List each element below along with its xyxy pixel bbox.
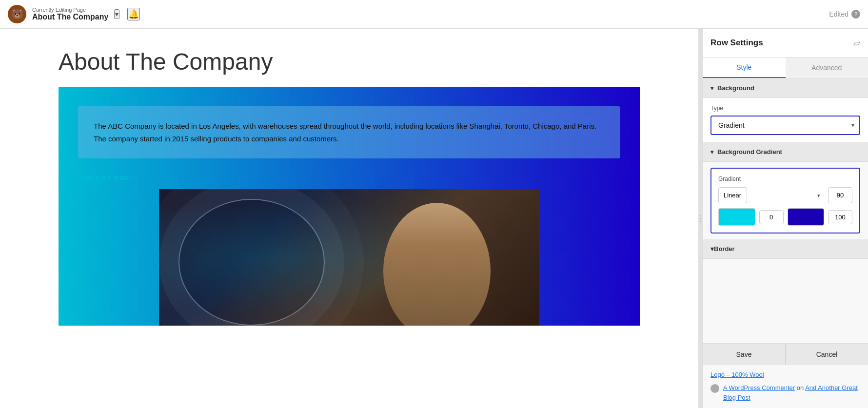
editor-area: About The Company The ABC Company is loc… [0, 29, 698, 408]
help-button[interactable]: ? [851, 10, 860, 19]
comment-on: on [797, 384, 804, 391]
logo-link[interactable]: Logo – 100% Wool [710, 371, 764, 378]
sidebar-bottom-links: Logo – 100% Wool A WordPress Commenter o… [703, 365, 868, 408]
gradient-angle-input[interactable] [828, 187, 852, 203]
color-stop-1-swatch[interactable] [718, 208, 755, 226]
color-stop-2-input[interactable] [828, 210, 852, 224]
color-stops-row [718, 208, 852, 226]
notifications-button[interactable]: 🔔 [127, 8, 140, 20]
border-chevron: ▾ [710, 245, 714, 253]
sidebar-tabs: Style Advanced [703, 58, 868, 78]
cancel-button[interactable]: Cancel [785, 344, 868, 365]
page-title-group: Currently Editing Page About The Company [32, 7, 108, 21]
background-label: Background [717, 84, 754, 92]
main-area: About The Company The ABC Company is loc… [0, 29, 868, 408]
color-stop-1-input[interactable] [759, 210, 784, 224]
sidebar-actions: Save Cancel [703, 343, 868, 365]
company-text-box: The ABC Company is located in Los Angele… [78, 106, 620, 158]
gradient-type-select[interactable]: Linear [718, 187, 747, 203]
hero-image [159, 189, 539, 326]
sidebar-drag-handle[interactable]: ⋮ [698, 29, 702, 408]
bg-gradient-label: Background Gradient [717, 148, 782, 155]
gradient-type-wrapper: Linear ▾ [718, 187, 824, 203]
company-description: The ABC Company is located in Los Angele… [94, 120, 605, 145]
tab-advanced[interactable]: Advanced [786, 58, 868, 78]
sidebar-minimize-button[interactable]: ▱ [853, 38, 860, 48]
color-stop-2-swatch[interactable] [788, 208, 825, 226]
type-field: Type Gradient ▾ [703, 98, 868, 142]
background-section-header[interactable]: ▾ Background [703, 78, 868, 98]
sidebar: Row Settings ▱ Style Advanced ▾ Backgrou… [702, 29, 868, 408]
comment-row: A WordPress Commenter on And Another Gre… [710, 383, 860, 402]
gradient-controls: Gradient Linear ▾ [710, 168, 860, 233]
type-label: Type [710, 105, 860, 112]
type-select-wrapper: Gradient ▾ [710, 116, 860, 135]
tech-circles-decoration [178, 199, 325, 326]
sidebar-title: Row Settings [710, 38, 763, 48]
border-label: Border [714, 245, 735, 253]
page-dropdown-button[interactable]: ▾ [114, 9, 119, 19]
border-section-header[interactable]: ▾ Border [703, 239, 868, 259]
bg-gradient-section: ▾ Background Gradient Gradient Linear ▾ [703, 142, 868, 239]
page-name: About The Company [32, 13, 108, 21]
bg-gradient-chevron: ▾ [710, 149, 713, 155]
background-chevron: ▾ [710, 85, 713, 92]
tab-style[interactable]: Style [703, 58, 786, 78]
gradient-label: Gradient [718, 175, 852, 182]
save-button[interactable]: Save [703, 344, 785, 365]
team-label: Here's our team: [78, 173, 640, 181]
type-select[interactable]: Gradient [710, 116, 860, 135]
comment-text: A WordPress Commenter on And Another Gre… [723, 383, 860, 402]
comment-avatar [710, 384, 719, 393]
sidebar-wrapper: ⋮ Row Settings ▱ Style Advanced ▾ Backgr… [698, 29, 868, 408]
gradient-type-arrow: ▾ [817, 192, 820, 198]
editing-subtitle: Currently Editing Page [32, 7, 108, 13]
commenter-link[interactable]: A WordPress Commenter [723, 384, 795, 391]
topbar: 🐻 Currently Editing Page About The Compa… [0, 0, 868, 29]
gradient-type-row: Linear ▾ [718, 187, 852, 203]
hero-section: The ABC Company is located in Los Angele… [59, 87, 640, 326]
page-heading: About The Company [59, 48, 640, 75]
edited-status: Edited ? [829, 10, 860, 19]
site-logo: 🐻 [8, 5, 26, 23]
background-section: ▾ Background Type Gradient ▾ [703, 78, 868, 142]
bg-gradient-section-header[interactable]: ▾ Background Gradient [703, 142, 868, 162]
sidebar-header: Row Settings ▱ [703, 29, 868, 58]
